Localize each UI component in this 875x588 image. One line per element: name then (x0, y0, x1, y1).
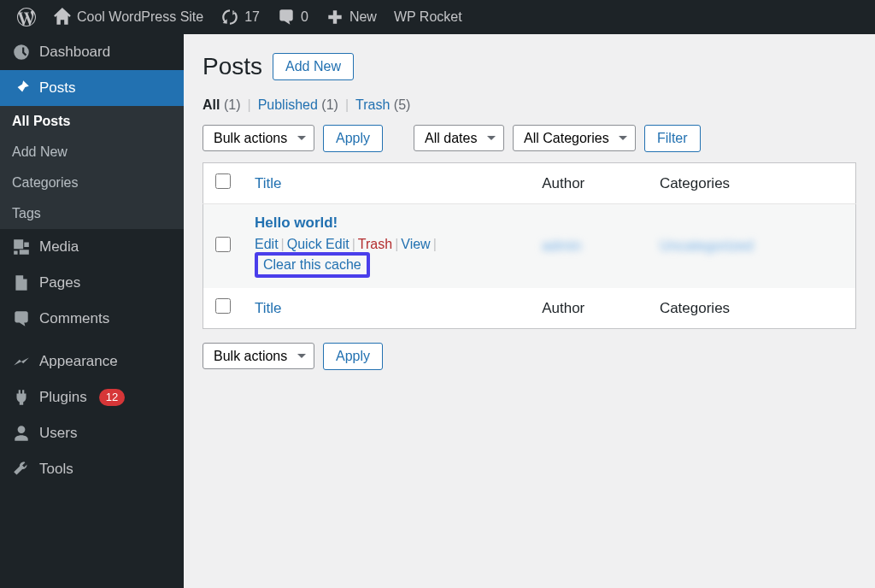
sidebar-label-appearance: Appearance (39, 353, 118, 370)
sidebar-label-plugins: Plugins (39, 389, 87, 406)
filter-published-count: (1) (321, 97, 338, 112)
sidebar-item-tools[interactable]: Tools (0, 451, 184, 487)
media-icon (12, 238, 31, 256)
action-trash[interactable]: Trash (358, 237, 392, 251)
column-author-footer: Author (530, 288, 648, 329)
apply-bulk-button[interactable]: Apply (323, 125, 383, 152)
sidebar-item-comments[interactable]: Comments (0, 301, 184, 337)
visit-site-link[interactable]: Cool WordPress Site (44, 0, 212, 34)
wordpress-logo-link[interactable] (9, 0, 44, 34)
users-icon (12, 424, 31, 443)
bulk-actions-select[interactable]: Bulk actions (203, 125, 314, 151)
categories-cell: Uncategorized (660, 238, 754, 254)
sidebar-item-users[interactable]: Users (0, 415, 184, 451)
post-title-link[interactable]: Hello world! (255, 215, 338, 231)
author-cell: admin (542, 238, 581, 254)
wp-rocket-link[interactable]: WP Rocket (385, 0, 471, 34)
column-categories: Categories (648, 163, 856, 204)
new-content-link[interactable]: New (317, 0, 385, 34)
site-name: Cool WordPress Site (77, 9, 203, 25)
sidebar-label-posts: Posts (39, 79, 76, 97)
tools-icon (12, 460, 31, 479)
sidebar-item-pages[interactable]: Pages (0, 265, 184, 301)
sidebar-label-media: Media (39, 238, 79, 256)
appearance-icon (12, 352, 31, 371)
action-view[interactable]: View (401, 237, 430, 251)
plus-icon (326, 8, 344, 26)
filter-button[interactable]: Filter (644, 125, 701, 152)
table-row: Hello world! Edit|Quick Edit|Trash|View|… (203, 204, 856, 289)
comment-icon (277, 8, 296, 26)
column-title-footer[interactable]: Title (255, 300, 282, 316)
updates-link[interactable]: 17 (212, 0, 268, 34)
plugins-icon (12, 388, 31, 407)
sidebar-label-dashboard: Dashboard (39, 44, 110, 61)
sidebar-label-pages: Pages (39, 274, 80, 291)
main-content: Posts Add New All (1) | Published (1) | … (184, 34, 875, 588)
comments-link[interactable]: 0 (268, 0, 317, 34)
action-edit[interactable]: Edit (255, 237, 279, 251)
updates-count: 17 (244, 9, 260, 25)
plugins-badge: 12 (99, 389, 125, 406)
select-all-checkbox[interactable] (215, 173, 231, 189)
comments-icon (12, 309, 31, 328)
comments-count: 0 (301, 9, 308, 25)
add-new-button[interactable]: Add New (273, 53, 354, 80)
sidebar-item-posts[interactable]: Posts (0, 70, 184, 106)
sidebar-item-media[interactable]: Media (0, 229, 184, 265)
page-title: Posts (203, 53, 262, 80)
submenu-add-new[interactable]: Add New (0, 137, 184, 168)
post-status-filters: All (1) | Published (1) | Trash (5) (203, 97, 856, 113)
wordpress-icon (17, 8, 36, 26)
home-icon (53, 8, 72, 26)
submenu-all-posts[interactable]: All Posts (0, 106, 184, 137)
filter-all[interactable]: All (203, 97, 220, 112)
categories-select[interactable]: All Categories (513, 125, 636, 151)
sidebar-label-users: Users (39, 425, 77, 442)
sidebar-label-tools: Tools (39, 461, 73, 478)
select-all-checkbox-footer[interactable] (215, 298, 231, 314)
dates-select[interactable]: All dates (414, 125, 504, 151)
column-categories-footer: Categories (648, 288, 856, 329)
posts-submenu: All Posts Add New Categories Tags (0, 106, 184, 229)
filter-trash-count: (5) (394, 97, 411, 112)
apply-bulk-button-bottom[interactable]: Apply (323, 343, 383, 370)
submenu-categories[interactable]: Categories (0, 168, 184, 198)
posts-table: Title Author Categories Hello world! Edi… (203, 162, 856, 329)
new-label: New (349, 9, 377, 25)
sidebar-item-appearance[interactable]: Appearance (0, 344, 184, 379)
action-clear-cache[interactable]: Clear this cache (263, 257, 361, 272)
dashboard-icon (12, 43, 31, 62)
row-checkbox[interactable] (215, 237, 231, 252)
bulk-actions-select-bottom[interactable]: Bulk actions (203, 343, 314, 369)
wp-rocket-label: WP Rocket (394, 9, 462, 25)
sidebar-item-plugins[interactable]: Plugins 12 (0, 379, 184, 415)
column-title[interactable]: Title (255, 175, 282, 191)
sidebar-item-dashboard[interactable]: Dashboard (0, 34, 184, 70)
admin-sidebar: Dashboard Posts All Posts Add New Catego… (0, 34, 184, 588)
pin-icon (12, 79, 31, 97)
pages-icon (12, 273, 31, 292)
filter-trash[interactable]: Trash (355, 97, 390, 112)
admin-toolbar: Cool WordPress Site 17 0 New WP Rocket (0, 0, 875, 34)
column-author: Author (530, 163, 648, 204)
row-actions: Edit|Quick Edit|Trash|View|Clear this ca… (255, 237, 518, 278)
filter-published[interactable]: Published (258, 97, 318, 112)
sidebar-label-comments: Comments (39, 310, 109, 327)
action-quick-edit[interactable]: Quick Edit (287, 237, 349, 251)
submenu-tags[interactable]: Tags (0, 198, 184, 229)
update-icon (220, 8, 239, 26)
filter-all-count: (1) (224, 97, 241, 112)
